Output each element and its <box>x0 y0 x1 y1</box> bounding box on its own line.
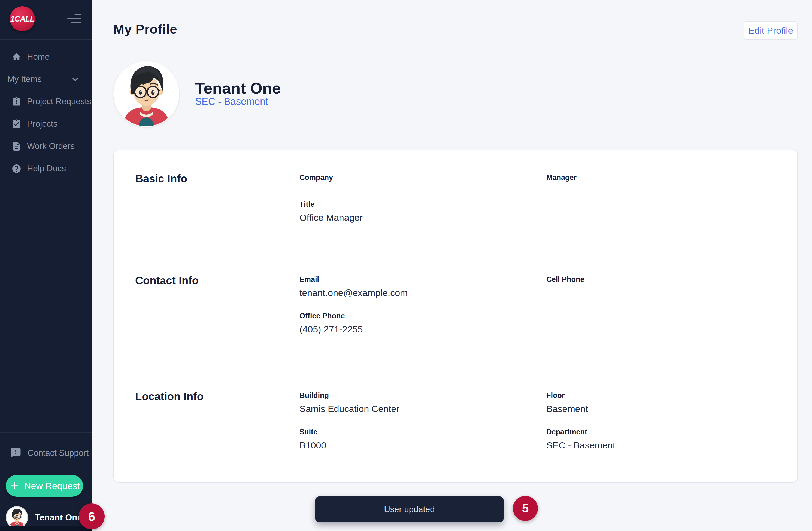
toast-message: User updated <box>384 505 435 514</box>
sidebar-group-label: My Items <box>8 74 42 84</box>
field-value: tenant.one@example.com <box>300 286 546 299</box>
brand-logo-text: 1CALL <box>10 14 34 24</box>
sidebar-item-contact-support[interactable]: Contact Support <box>0 442 92 464</box>
field-floor: Floor Basement <box>546 390 776 415</box>
sidebar-footer-strip <box>0 526 92 531</box>
field-label: Company <box>300 173 546 182</box>
field-value: SEC - Basement <box>546 439 776 452</box>
new-request-button[interactable]: New Request <box>6 475 83 497</box>
field-value: Samis Education Center <box>300 402 546 415</box>
contact-support-label: Contact Support <box>28 448 89 458</box>
new-request-label: New Request <box>24 481 80 491</box>
annotation-badge-6: 6 <box>79 503 105 529</box>
profile-card: Basic Info Company Title Office Manager … <box>113 150 798 483</box>
page-title: My Profile <box>113 22 177 37</box>
field-label: Manager <box>546 173 776 182</box>
section-title: Location Info <box>135 390 300 483</box>
plus-icon <box>9 480 20 491</box>
home-icon <box>12 52 21 62</box>
section-title: Basic Info <box>135 173 300 262</box>
sidebar-item-label: Home <box>27 52 49 62</box>
app-window: 1CALL Home My Items Project Requests Pro… <box>0 0 812 531</box>
sidebar-item-project-requests[interactable]: Project Requests <box>0 90 92 113</box>
menu-toggle-icon[interactable] <box>67 14 82 23</box>
sidebar-divider <box>0 432 92 433</box>
contact-support-icon <box>10 447 21 459</box>
field-manager: Manager <box>546 173 776 187</box>
section-column-1: Building Samis Education Center Suite B1… <box>300 390 546 483</box>
sidebar-item-work-orders[interactable]: Work Orders <box>0 135 92 158</box>
sidebar-item-label: Work Orders <box>27 141 75 151</box>
profile-department-link[interactable]: SEC - Basement <box>195 96 268 107</box>
field-label: Department <box>546 427 776 437</box>
annotation-badge-5: 5 <box>513 496 538 521</box>
field-value: B1000 <box>300 439 546 452</box>
chevron-down-icon <box>70 74 81 85</box>
section-basic-info: Basic Info Company Title Office Manager … <box>114 150 797 262</box>
help-icon <box>12 164 21 174</box>
work-orders-icon <box>12 141 21 151</box>
field-label: Building <box>300 390 546 400</box>
sidebar-group-my-items[interactable]: My Items <box>0 68 92 90</box>
field-value <box>300 185 546 187</box>
sidebar-item-label: Help Docs <box>27 164 66 174</box>
field-label: Office Phone <box>300 311 546 321</box>
field-value: (405) 271-2255 <box>300 323 546 336</box>
profile-name: Tenant One <box>195 79 281 97</box>
section-column-1: Company Title Office Manager <box>300 173 546 262</box>
sidebar-item-label: Projects <box>27 119 58 129</box>
brand-logo[interactable]: 1CALL <box>10 6 35 31</box>
field-department: Department SEC - Basement <box>546 427 776 452</box>
field-cell-phone: Cell Phone <box>546 275 776 289</box>
field-suite: Suite B1000 <box>300 427 546 452</box>
field-office-phone: Office Phone (405) 271-2255 <box>300 311 546 336</box>
sidebar-header: 1CALL <box>0 0 92 40</box>
field-label: Cell Phone <box>546 275 776 284</box>
user-avatar <box>6 507 27 528</box>
section-title: Contact Info <box>135 275 300 379</box>
field-value <box>546 286 776 289</box>
field-company: Company <box>300 173 546 187</box>
field-value: Basement <box>546 402 776 415</box>
field-email: Email tenant.one@example.com <box>300 275 546 299</box>
section-column-2: Cell Phone <box>546 275 776 379</box>
projects-icon <box>12 119 21 129</box>
sidebar: 1CALL Home My Items Project Requests Pro… <box>0 0 92 531</box>
section-column-2: Floor Basement Department SEC - Basement <box>546 390 776 483</box>
section-column-2: Manager <box>546 173 776 262</box>
main-content: My Profile Edit Profile Tenant One SEC -… <box>92 0 812 531</box>
sidebar-item-label: Project Requests <box>27 97 91 106</box>
field-label: Floor <box>546 390 776 400</box>
field-value <box>546 185 776 187</box>
field-value: Office Manager <box>300 211 546 224</box>
field-building: Building Samis Education Center <box>300 390 546 415</box>
field-label: Email <box>300 275 546 284</box>
toast-notification: User updated <box>315 497 504 522</box>
profile-avatar <box>113 61 179 127</box>
sidebar-nav: Home My Items Project Requests Projects … <box>0 46 92 180</box>
section-contact-info: Contact Info Email tenant.one@example.co… <box>114 262 797 379</box>
sidebar-item-projects[interactable]: Projects <box>0 113 92 135</box>
project-request-icon <box>12 97 21 107</box>
sidebar-item-help-docs[interactable]: Help Docs <box>0 158 92 180</box>
section-column-1: Email tenant.one@example.com Office Phon… <box>300 275 546 379</box>
section-location-info: Location Info Building Samis Education C… <box>114 379 797 483</box>
field-label: Title <box>300 199 546 209</box>
field-label: Suite <box>300 427 546 437</box>
field-title: Title Office Manager <box>300 199 546 224</box>
user-name: Tenant One <box>35 513 82 522</box>
edit-profile-button[interactable]: Edit Profile <box>744 21 798 40</box>
sidebar-item-home[interactable]: Home <box>0 46 92 68</box>
